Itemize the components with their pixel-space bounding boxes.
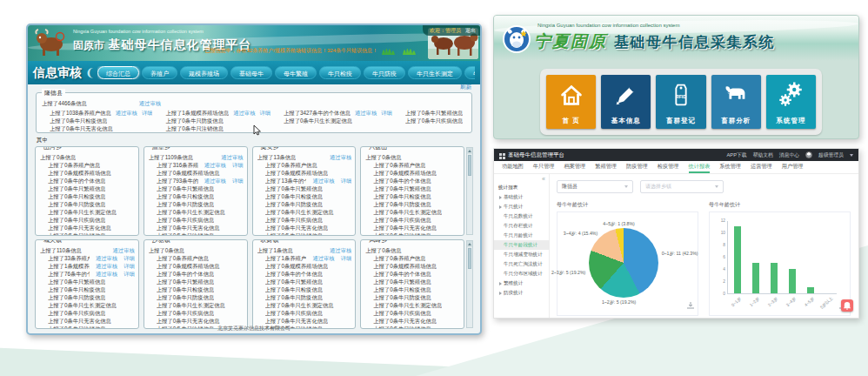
report-line: 上报了0条牛的个体信息 [149, 270, 244, 278]
pie-label: 4~5岁: 1 (3.8%) [603, 221, 634, 227]
detail-link[interactable]: 详细 [142, 109, 153, 117]
scrollbar-thumb[interactable] [468, 248, 471, 269]
herd-register-button[interactable]: RFID 畜群登记 [656, 75, 705, 129]
nav-item-3[interactable]: 档案管理 [564, 161, 586, 173]
detail-link[interactable]: 详细 [341, 254, 352, 262]
detail-link[interactable]: 详细 [259, 109, 270, 117]
nav-item-10[interactable]: 用户管理 [782, 161, 804, 173]
report-line: 上报了316条养殖户信息通过审核详细 [149, 161, 244, 169]
approve-link[interactable]: 通过审核 [233, 109, 255, 117]
logout-link[interactable]: 退出 [465, 27, 476, 35]
approve-link[interactable]: 通过审核 [96, 270, 117, 278]
report-line: 上报了0条牛只生长测定信息 [149, 208, 244, 216]
collection-subtitle-en: Ningxia Guyuan foundation cow informatio… [537, 23, 679, 28]
sidebar-item[interactable]: 牛只统计 [494, 202, 549, 212]
sidebar-item[interactable]: 牛只死亡淘汰统计 [494, 259, 549, 269]
report-line: 上报了0条牛只防疫信息 [149, 293, 244, 301]
tab-5[interactable]: 母牛繁殖 [275, 66, 317, 79]
detail-link[interactable]: 详细 [381, 109, 392, 117]
dashboard-window: 基础母牛信息管理平台 APP下载 帮助文档 消息中心 超级管理员 功能地图牛只管… [493, 148, 859, 319]
approve-link[interactable]: 通过审核 [96, 262, 117, 270]
approve-link[interactable]: 通过审核 [113, 246, 135, 254]
scrollbar[interactable] [466, 240, 473, 328]
approve-link[interactable]: 通过审核 [204, 161, 226, 169]
detail-link[interactable]: 详细 [232, 177, 244, 185]
sidebar-item[interactable]: 防疫统计 [494, 288, 549, 298]
sidebar-item[interactable]: 繁殖统计 [494, 279, 549, 288]
tab-1[interactable]: 综合汇总 [97, 66, 139, 79]
nav-item-8[interactable]: 系统管理 [719, 161, 741, 173]
sidebar-item[interactable]: 牛只分布区域统计 [494, 269, 549, 279]
tab-8[interactable]: 牛只生长测定 [408, 66, 462, 79]
tab-7[interactable]: 牛只防疫 [364, 66, 405, 79]
approve-link[interactable]: 通过审核 [330, 153, 351, 161]
approve-link[interactable]: 通过审核 [139, 99, 161, 107]
nav-item-2[interactable]: 牛只管理 [533, 161, 555, 173]
sidebar-item[interactable]: 基础统计 [494, 192, 549, 202]
message-center-link[interactable]: 消息中心 [779, 151, 799, 159]
app-download-link[interactable]: APP下载 [726, 151, 746, 159]
report-line: 上报了1条规模养殖场信息通过审核详细 [157, 109, 270, 117]
refresh-link[interactable]: 刷新 [460, 84, 471, 91]
basic-info-button[interactable]: 基本信息 [601, 75, 651, 129]
detail-link[interactable]: 详细 [124, 262, 135, 270]
tab-2[interactable]: 养殖户 [142, 66, 177, 79]
herd-analysis-button[interactable]: 畜群分析 [711, 75, 761, 129]
scrollbar[interactable] [466, 147, 473, 235]
sidebar-item[interactable]: 牛只年龄段统计 [494, 240, 549, 250]
nav-item-6[interactable]: 检疫管理 [658, 161, 679, 173]
bar [734, 226, 741, 293]
township-name: 凤岭乡 [366, 239, 390, 244]
tab-6[interactable]: 牛只检疫 [319, 66, 361, 79]
detail-link[interactable]: 详细 [341, 177, 352, 185]
approve-link[interactable]: 通过审核 [312, 254, 334, 262]
report-line: 上报了0条规模养殖场信息 [365, 169, 460, 177]
approve-link[interactable]: 通过审核 [96, 254, 117, 262]
tab-4[interactable]: 基础母牛 [230, 66, 272, 79]
detail-link[interactable]: 详细 [124, 254, 135, 262]
approve-link[interactable]: 通过审核 [116, 109, 137, 117]
alert-fab-button[interactable] [841, 299, 853, 312]
approve-link[interactable]: 通过审核 [204, 177, 226, 185]
nav-item-9[interactable]: 运营管理 [751, 161, 772, 173]
report-line: 上报了0条信息 [149, 246, 244, 254]
sidebar-item[interactable]: 牛只月龄统计 [494, 231, 549, 240]
report-line: 上报了13条信息通过审核 [257, 153, 352, 161]
sidebar-collapse-icon[interactable]: « [494, 175, 549, 183]
approve-link[interactable]: 通过审核 [330, 246, 351, 254]
sidebar-item[interactable]: 统计报表 [494, 183, 549, 192]
region-select[interactable]: 隆德县 [557, 180, 633, 193]
help-doc-link[interactable]: 帮助文档 [753, 151, 773, 159]
report-line: 上报了0条牛只无害化信息 [40, 317, 135, 325]
scrollbar-thumb[interactable] [468, 155, 471, 176]
dashboard-title: 基础母牛信息管理平台 [508, 151, 564, 159]
x-category-label: 0~1岁 [730, 296, 742, 307]
sidebar-item[interactable]: 牛只总数统计 [494, 212, 549, 221]
user-avatar[interactable] [805, 151, 812, 158]
system-settings-button[interactable]: 系统管理 [766, 75, 816, 129]
nav-item-4[interactable]: 繁殖管理 [595, 161, 617, 173]
x-category-label: 2~3岁 [766, 296, 778, 307]
report-line: 上报了0条牛只生长测定信息 [40, 301, 135, 309]
tab-9[interactable]: 牛只疾病 [464, 66, 475, 79]
detail-link[interactable]: 详细 [124, 270, 135, 278]
nav-item-5[interactable]: 防疫管理 [626, 161, 648, 173]
pie-label: 2~3岁: 5 (19.2%) [551, 270, 585, 276]
tab-3[interactable]: 规模养殖场 [180, 66, 228, 79]
approve-link[interactable]: 通过审核 [355, 109, 377, 117]
detail-link[interactable]: 详细 [232, 161, 244, 169]
download-icon[interactable] [687, 297, 694, 312]
approve-link[interactable]: 通过审核 [221, 153, 243, 161]
report-line: 上报了0条牛只无害化信息 [365, 224, 460, 232]
approve-link[interactable]: 通过审核 [312, 177, 334, 185]
nav-item-7[interactable]: 统计报表 [689, 161, 711, 173]
user-menu[interactable]: 超级管理员 [818, 151, 844, 159]
town-select[interactable]: 请选择乡镇 [640, 180, 724, 193]
nav-item-1[interactable]: 功能地图 [502, 161, 524, 173]
home-button[interactable]: 首 页 [546, 75, 596, 129]
sidebar-item[interactable]: 牛只存栏统计 [494, 221, 549, 231]
bar-plot: 0246810120~1岁1~2岁2~3岁3~4岁4~5岁5岁以上 [727, 221, 837, 294]
report-line: 上报了0条牛只繁殖信息 [365, 278, 460, 285]
tab-divider: ❨ [85, 66, 95, 79]
sidebar-item[interactable]: 牛只增减变动统计 [494, 250, 549, 259]
